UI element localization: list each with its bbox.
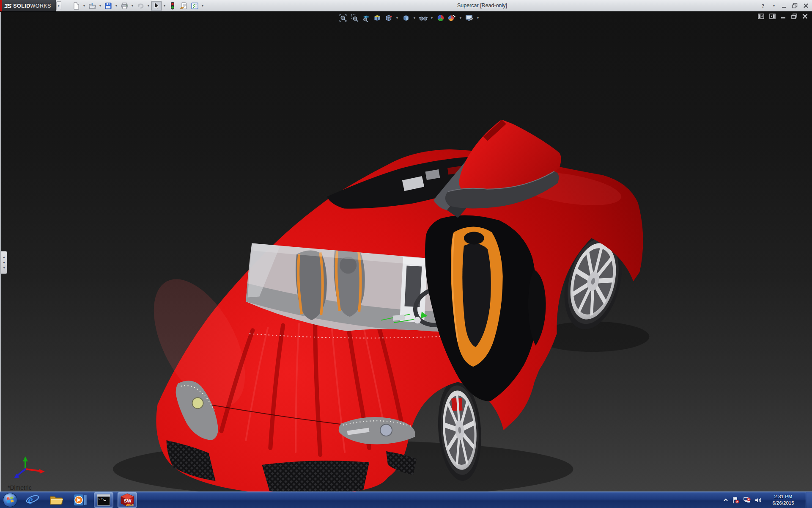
save-document-dropdown[interactable]: ▼	[114, 1, 118, 11]
display-style[interactable]	[401, 13, 411, 22]
undo[interactable]	[135, 1, 145, 11]
display-style-icon	[402, 14, 410, 22]
solidworks-logo: 3S SOLIDWORKS	[0, 0, 56, 11]
taskbar-clock[interactable]: 2:31 PM 6/26/2015	[767, 494, 799, 506]
orientation-triad	[14, 456, 45, 478]
collapse-pane-right-icon	[769, 14, 776, 19]
menu-flyout-arrow[interactable]: ▸	[56, 1, 61, 10]
file-properties[interactable]	[178, 1, 189, 11]
previous-view[interactable]	[361, 13, 370, 22]
command-prompt[interactable]: C:\_	[94, 492, 113, 508]
titlebar: 3S SOLIDWORKS ▸ ▼▼▼▼▼▼▼ Supercar [Read-o…	[0, 0, 812, 11]
undo-icon	[137, 2, 145, 10]
help-button[interactable]: ?	[761, 2, 766, 10]
help-icon: ?	[761, 3, 766, 9]
save-document-icon	[104, 2, 112, 10]
document-window-controls	[758, 14, 808, 19]
show-hidden-icons[interactable]	[723, 498, 728, 502]
zoom-to-fit-icon	[339, 14, 347, 22]
brand-text-solid: SOLID	[13, 3, 30, 9]
collapse-arrow-icon: ◂	[3, 261, 5, 264]
solidworks-2015-icon: SW2015	[120, 493, 135, 507]
svg-text:?: ?	[762, 3, 765, 9]
edit-appearance[interactable]	[436, 13, 445, 22]
close-button[interactable]	[803, 2, 809, 10]
clock-time: 2:31 PM	[767, 494, 799, 500]
media-player[interactable]	[70, 492, 90, 508]
start-button[interactable]	[2, 492, 19, 508]
hide-show-items[interactable]	[419, 13, 428, 22]
show-hidden-icons-icon	[723, 498, 728, 502]
svg-text:C:\_: C:\_	[99, 497, 106, 501]
hide-show-items-dropdown[interactable]: ▼	[430, 17, 434, 19]
action-center-flag-icon	[732, 497, 739, 504]
graphics-viewport[interactable]: *Dimetric ▼▼▼▼▼ ◂ ◂ ◂	[0, 12, 812, 491]
windows-taskbar: eC:\_SW2015 2:31 PM 6/26/2015	[0, 491, 812, 508]
new-document[interactable]	[71, 1, 81, 11]
headsup-view-toolbar: ▼▼▼▼▼	[338, 13, 480, 22]
help-button-dropdown[interactable]: ▼	[772, 1, 776, 11]
windows-orb-icon	[3, 492, 18, 508]
open-document[interactable]	[87, 1, 97, 11]
save-document[interactable]	[103, 1, 113, 11]
select-tool-icon	[153, 2, 160, 10]
x-axis-arrow	[39, 469, 45, 474]
collapse-arrow-icon: ◂	[3, 266, 5, 269]
view-orientation[interactable]	[384, 13, 393, 22]
open-document-icon	[88, 2, 96, 10]
print-document-icon	[121, 2, 129, 10]
select-tool[interactable]	[151, 1, 162, 11]
windows-explorer[interactable]	[47, 492, 66, 508]
collapse-pane-left[interactable]	[758, 14, 764, 19]
supercar-model-scene[interactable]: *Dimetric	[1, 12, 812, 491]
view-settings-icon	[465, 14, 474, 22]
view-settings-dropdown[interactable]: ▼	[476, 17, 480, 19]
internet-explorer[interactable]: e	[23, 492, 42, 508]
view-orientation-dropdown[interactable]: ▼	[395, 17, 399, 19]
restore-button[interactable]	[792, 2, 798, 10]
print-document[interactable]	[119, 1, 129, 11]
zoom-to-area[interactable]	[350, 13, 359, 22]
file-properties-icon	[180, 2, 188, 10]
undo-dropdown[interactable]: ▼	[146, 1, 151, 11]
view-settings[interactable]	[465, 13, 474, 22]
collapse-pane-right[interactable]	[769, 14, 776, 19]
network-status-icon	[743, 497, 751, 503]
options-dropdown[interactable]: ▼	[200, 1, 205, 11]
show-desktop-button[interactable]	[806, 492, 812, 508]
display-style-dropdown[interactable]: ▼	[413, 17, 417, 19]
section-view[interactable]	[373, 13, 382, 22]
zoom-to-fit[interactable]	[338, 13, 348, 22]
minimize-button[interactable]	[782, 2, 787, 10]
network-status[interactable]	[743, 497, 751, 503]
zoom-to-area-icon	[350, 14, 358, 22]
rebuild-traffic-light[interactable]	[167, 1, 178, 11]
volume[interactable]	[754, 497, 762, 503]
doc-restore-button[interactable]	[791, 14, 797, 19]
apply-scene[interactable]	[447, 13, 457, 22]
select-tool-dropdown[interactable]: ▼	[162, 1, 167, 11]
collapse-pane-left-icon	[758, 14, 764, 19]
doc-close-button[interactable]	[802, 14, 808, 19]
solidworks-logo-mark: 3S	[4, 2, 11, 9]
new-document-icon	[72, 2, 80, 10]
featuremanager-collapse-tab[interactable]: ◂ ◂ ◂	[1, 251, 7, 274]
apply-scene-dropdown[interactable]: ▼	[459, 17, 463, 19]
solidworks-2015[interactable]: SW2015	[118, 492, 137, 508]
internet-explorer-icon: e	[25, 493, 40, 507]
open-document-dropdown[interactable]: ▼	[98, 1, 102, 11]
system-tray: 2:31 PM 6/26/2015	[723, 492, 812, 508]
options[interactable]	[189, 1, 200, 11]
doc-minimize-button[interactable]	[781, 14, 786, 19]
taskbar-items: eC:\_SW2015	[19, 492, 137, 508]
new-document-dropdown[interactable]: ▼	[82, 1, 86, 11]
minimize-icon	[782, 3, 787, 8]
view-orientation-label: *Dimetric	[8, 484, 32, 491]
media-player-icon	[73, 493, 87, 507]
previous-view-icon	[362, 14, 370, 22]
clock-date: 6/26/2015	[767, 500, 799, 506]
view-orientation-icon	[384, 14, 392, 22]
action-center[interactable]	[732, 497, 739, 504]
print-document-dropdown[interactable]: ▼	[130, 1, 134, 11]
doc-minimize-icon	[781, 14, 786, 19]
